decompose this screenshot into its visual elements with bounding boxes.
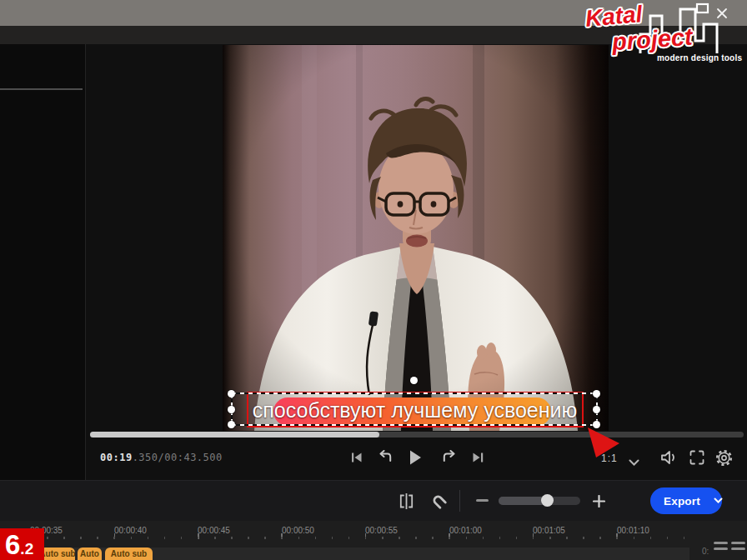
fullscreen-button[interactable] (689, 450, 704, 468)
export-label: Export (664, 495, 700, 508)
track-handle-bar[interactable] (714, 542, 728, 544)
play-button[interactable] (409, 450, 422, 468)
resize-handle-top-right[interactable] (593, 390, 600, 398)
subtitle-selection-border (247, 392, 584, 428)
resize-handle-mid-right[interactable] (593, 406, 600, 413)
settings-button[interactable] (715, 449, 733, 470)
undo-button[interactable] (379, 450, 393, 466)
track-handle-bar[interactable] (731, 542, 745, 544)
selection-dash-top (232, 392, 597, 394)
volume-button[interactable] (660, 450, 678, 468)
secondary-bar (0, 26, 747, 44)
seek-bar-fill (90, 432, 379, 438)
rotate-handle[interactable] (410, 377, 418, 384)
window-titlebar (0, 0, 747, 26)
subtitle-clip[interactable]: Auto (78, 548, 102, 560)
resize-handle-mid-left[interactable] (228, 406, 235, 413)
zoom-ratio-dropdown[interactable] (629, 455, 639, 470)
plus-icon (593, 496, 605, 510)
timeline-corner-text: 0: (702, 547, 709, 556)
version-badge: 6 .2 (0, 528, 44, 560)
pointer-arrow (579, 420, 627, 462)
ruler-minor-ticks (30, 537, 689, 539)
video-editor-app: способствуют лучшему усвоению 00:19.350/… (0, 0, 747, 560)
seek-bar[interactable] (90, 432, 744, 438)
timeline-zoom-slider[interactable] (499, 497, 580, 505)
zoom-out-button[interactable] (476, 499, 489, 502)
zoom-slider-fill (499, 497, 545, 505)
track-handle-bar[interactable] (731, 548, 745, 550)
timeline-panel[interactable]: 00:00:35 00:00:40 00:00:45 00:00:50 00:0… (0, 521, 747, 560)
chevron-down-icon (629, 455, 639, 469)
left-sidebar (0, 44, 86, 480)
resize-handle-bottom-left[interactable] (228, 421, 235, 428)
zoom-in-button[interactable] (593, 495, 605, 511)
selection-dash-bottom (232, 424, 597, 426)
video-frame-art (223, 45, 609, 431)
badge-major: 6 (5, 530, 20, 560)
speaker-icon (660, 453, 678, 468)
export-chevron-icon (714, 498, 723, 504)
toolbar-divider (459, 490, 460, 512)
zoom-slider-thumb[interactable] (541, 494, 554, 507)
gear-icon (715, 455, 733, 469)
timecode-current: 00:19 (100, 452, 133, 463)
redo-icon (442, 451, 456, 465)
subtitle-clip[interactable]: Auto sub (105, 548, 153, 560)
redo-button[interactable] (442, 450, 456, 466)
close-icon (714, 9, 729, 23)
video-preview[interactable] (223, 45, 609, 431)
timecode-total: .350/00:43.500 (133, 452, 223, 463)
badge-minor: .2 (20, 538, 33, 560)
bottom-toolbar (0, 480, 747, 521)
undo-icon (379, 451, 393, 465)
export-button[interactable]: Export (650, 488, 722, 514)
skip-end-button[interactable] (471, 451, 484, 468)
track-handle-bar[interactable] (714, 548, 728, 550)
close-button[interactable] (714, 6, 729, 21)
subtitle-clip[interactable]: Auto sub (40, 548, 75, 560)
skip-end-icon (471, 452, 484, 467)
skip-start-icon (350, 452, 363, 467)
magnet-icon (430, 498, 448, 512)
resize-handle-top-left[interactable] (228, 390, 235, 398)
snap-toggle-button[interactable] (430, 492, 448, 513)
skip-start-button[interactable] (350, 451, 363, 468)
timecode: 00:19.350/00:43.500 (100, 452, 223, 463)
split-clip-button[interactable] (398, 493, 415, 512)
play-icon (409, 453, 422, 468)
fullscreen-icon (689, 453, 704, 468)
subtitle-track (0, 548, 689, 560)
sidebar-divider (0, 88, 83, 90)
split-icon (398, 498, 415, 512)
